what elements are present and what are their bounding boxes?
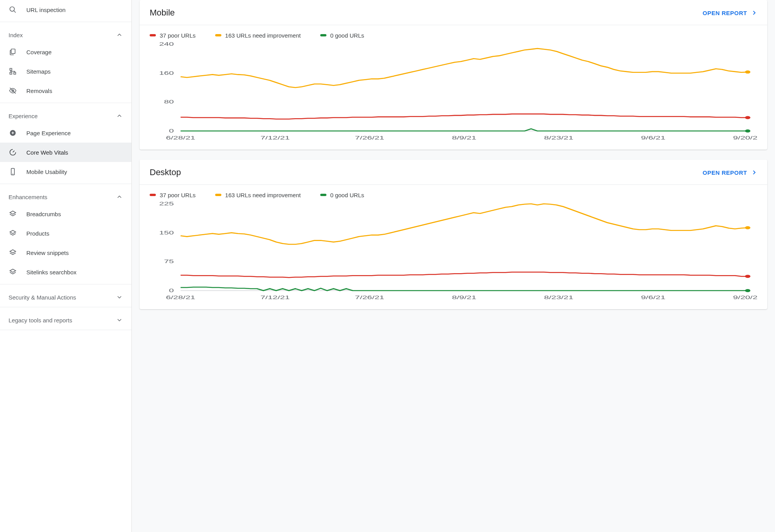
sidebar-group-label: Security & Manual Actions: [9, 294, 76, 301]
sidebar-item-label: Products: [26, 230, 49, 237]
sidebar-item-breadcrumbs[interactable]: Breadcrumbs: [0, 204, 131, 224]
sidebar-item-label: Review snippets: [26, 250, 69, 256]
sidebar-item-sitelinks-searchbox[interactable]: Sitelinks searchbox: [0, 262, 131, 282]
svg-text:0: 0: [169, 128, 174, 134]
svg-text:7/12/21: 7/12/21: [261, 135, 290, 141]
search-icon: [9, 5, 17, 14]
svg-text:0: 0: [169, 288, 174, 293]
legend-poor: 37 poor URLs: [150, 192, 196, 198]
sidebar-item-label: Page Experience: [26, 130, 71, 136]
svg-text:8/9/21: 8/9/21: [452, 294, 476, 300]
svg-text:6/28/21: 6/28/21: [166, 294, 195, 300]
svg-point-27: [745, 116, 751, 119]
open-report-label: OPEN REPORT: [703, 10, 747, 16]
speedometer-icon: [9, 148, 17, 157]
sidebar-item-label: Sitelinks searchbox: [26, 269, 76, 275]
sidebar-item-label: Coverage: [26, 49, 52, 55]
open-report-button[interactable]: OPEN REPORT: [703, 10, 757, 16]
svg-rect-4: [14, 72, 16, 74]
layers-icon: [9, 229, 17, 238]
svg-rect-2: [11, 49, 15, 54]
svg-text:7/12/21: 7/12/21: [261, 294, 290, 300]
chevron-down-icon: [116, 317, 123, 324]
legend-good: 0 good URLs: [320, 192, 364, 198]
chart-legend: 37 poor URLs 163 URLs need improvement 0…: [140, 185, 767, 201]
svg-point-29: [745, 129, 751, 133]
sidebar-item-label: Breadcrumbs: [26, 211, 61, 217]
sitemap-icon: [9, 67, 17, 76]
pages-icon: [9, 48, 17, 56]
sidebar-item-label: URL inspection: [26, 7, 66, 13]
svg-point-0: [10, 7, 15, 12]
sidebar-group-enhancements[interactable]: Enhancements: [0, 186, 131, 204]
svg-text:9/20/21: 9/20/21: [733, 135, 757, 141]
mobile-icon: [9, 167, 17, 176]
svg-point-43: [745, 226, 751, 229]
sidebar-item-page-experience[interactable]: Page Experience: [0, 123, 131, 143]
svg-text:9/20/21: 9/20/21: [733, 294, 757, 300]
svg-point-42: [745, 275, 751, 278]
sidebar-item-core-web-vitals[interactable]: Core Web Vitals: [0, 143, 131, 162]
sidebar-group-index[interactable]: Index: [0, 24, 131, 42]
legend-poor: 37 poor URLs: [150, 32, 196, 39]
svg-text:8/9/21: 8/9/21: [452, 135, 476, 141]
svg-text:9/6/21: 9/6/21: [641, 294, 665, 300]
sidebar-item-sitemaps[interactable]: Sitemaps: [0, 62, 131, 81]
sidebar-item-mobile-usability[interactable]: Mobile Usability: [0, 162, 131, 181]
svg-line-1: [14, 11, 16, 13]
sidebar-item-label: Mobile Usability: [26, 169, 67, 175]
svg-text:8/23/21: 8/23/21: [544, 294, 573, 300]
svg-point-44: [745, 289, 751, 292]
open-report-button[interactable]: OPEN REPORT: [703, 169, 757, 176]
sidebar-group-experience[interactable]: Experience: [0, 105, 131, 123]
sidebar-item-coverage[interactable]: Coverage: [0, 42, 131, 62]
svg-text:225: 225: [159, 201, 174, 207]
chevron-down-icon: [116, 294, 123, 301]
chevron-up-icon: [116, 112, 123, 119]
sidebar-group-label: Experience: [9, 113, 38, 119]
layers-icon: [9, 248, 17, 257]
svg-text:75: 75: [164, 258, 174, 264]
sidebar-item-label: Core Web Vitals: [26, 149, 68, 156]
layers-icon: [9, 268, 17, 276]
svg-marker-13: [10, 250, 16, 253]
svg-rect-3: [10, 69, 12, 71]
sidebar-group-label: Index: [9, 32, 23, 38]
chevron-up-icon: [116, 31, 123, 38]
svg-marker-14: [10, 269, 16, 272]
card-title: Mobile: [150, 8, 175, 18]
svg-point-28: [745, 71, 751, 74]
sidebar-group-label: Enhancements: [9, 194, 47, 200]
chevron-right-icon: [751, 169, 757, 176]
mobile-chart: 0801602406/28/217/12/217/26/218/9/218/23…: [140, 41, 767, 150]
sidebar-item-removals[interactable]: Removals: [0, 81, 131, 100]
svg-text:7/26/21: 7/26/21: [355, 294, 385, 300]
circle-plus-icon: [9, 129, 17, 137]
main-content: Mobile OPEN REPORT 37 poor URLs 163 URLs…: [132, 0, 775, 532]
legend-good: 0 good URLs: [320, 32, 364, 39]
chevron-up-icon: [116, 193, 123, 200]
sidebar-item-label: Sitemaps: [26, 68, 51, 75]
card-title: Desktop: [150, 167, 181, 177]
sidebar-item-review-snippets[interactable]: Review snippets: [0, 243, 131, 262]
chevron-right-icon: [751, 10, 757, 16]
sidebar-group-label: Legacy tools and reports: [9, 317, 72, 324]
visibility-off-icon: [9, 86, 17, 95]
svg-text:8/23/21: 8/23/21: [544, 135, 573, 141]
sidebar-item-url-inspection[interactable]: URL inspection: [0, 0, 131, 19]
svg-text:9/6/21: 9/6/21: [641, 135, 665, 141]
layers-icon: [9, 210, 17, 218]
svg-text:80: 80: [164, 99, 174, 105]
svg-text:160: 160: [159, 70, 174, 76]
svg-text:7/26/21: 7/26/21: [355, 135, 385, 141]
sidebar-item-products[interactable]: Products: [0, 224, 131, 243]
svg-marker-12: [10, 231, 16, 234]
sidebar-group-security[interactable]: Security & Manual Actions: [0, 287, 131, 305]
open-report-label: OPEN REPORT: [703, 169, 747, 176]
legend-need: 163 URLs need improvement: [215, 192, 301, 198]
chart-legend: 37 poor URLs 163 URLs need improvement 0…: [140, 25, 767, 41]
svg-marker-11: [10, 211, 16, 214]
svg-text:6/28/21: 6/28/21: [166, 135, 195, 141]
sidebar-item-label: Removals: [26, 88, 52, 94]
sidebar-group-legacy[interactable]: Legacy tools and reports: [0, 310, 131, 327]
